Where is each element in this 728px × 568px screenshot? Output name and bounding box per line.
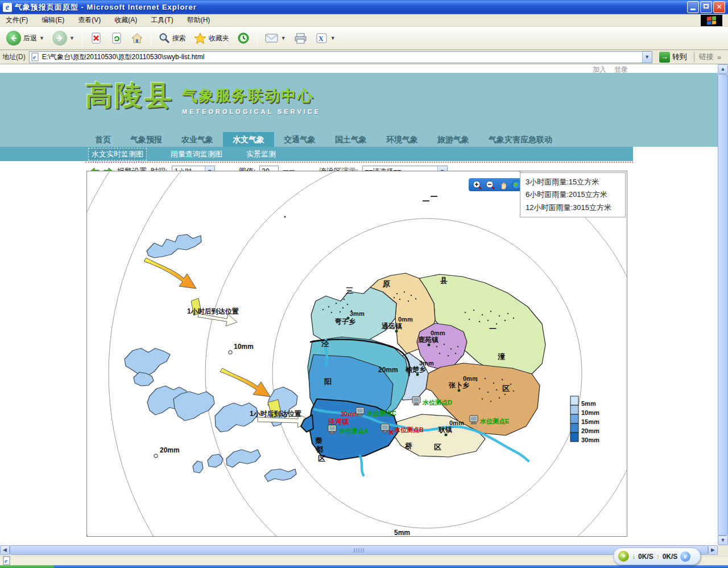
mail-dropdown[interactable]: ▼: [281, 35, 286, 41]
rain-clouds: [125, 234, 297, 481]
minimize-button[interactable]: [687, 1, 699, 13]
print-button[interactable]: [291, 31, 311, 45]
nav-hydrology[interactable]: 水文气象: [223, 132, 274, 147]
zoom-out-icon[interactable]: [485, 180, 495, 190]
geo-label: 县: [440, 276, 448, 285]
region-dot: [428, 344, 431, 347]
vertical-scrollbar[interactable]: ▲ ▼: [718, 64, 728, 545]
scroll-left-button[interactable]: ◀: [0, 545, 10, 555]
close-button[interactable]: ✕: [713, 1, 725, 13]
menu-favorites[interactable]: 收藏(A): [114, 15, 137, 25]
scroll-right-button[interactable]: ▶: [708, 545, 718, 555]
area-rainfall-infobox: 3小时面雨量:15立方米 6小时面雨量:2015立方米 12小时面雨量:3015…: [520, 172, 626, 217]
menu-view[interactable]: 查看(V): [78, 15, 101, 25]
favorites-button[interactable]: 收藏夹: [191, 31, 232, 45]
scroll-up-button[interactable]: ▲: [718, 64, 728, 74]
nav-environment[interactable]: 环境气象: [377, 132, 428, 147]
nav-traffic[interactable]: 交通气象: [274, 132, 325, 147]
logo-county: 高陵县: [85, 77, 174, 114]
rainfall-legend: 5mm 10mm 15mm 20mm 30mm: [570, 396, 599, 443]
ie-window-icon: e: [3, 3, 12, 12]
forward-dropdown[interactable]: ▼: [69, 35, 75, 41]
download-arrow-icon: ↓: [632, 553, 635, 561]
svg-text:X: X: [318, 35, 324, 43]
geo-label: 三: [346, 286, 353, 295]
scroll-down-button[interactable]: ▼: [718, 536, 728, 545]
upload-speed: 0K/S: [663, 553, 678, 561]
vertical-scroll-thumb[interactable]: [718, 74, 728, 536]
rainfall-3h: 3小时面雨量:15立方米: [526, 177, 620, 187]
window-titlebar[interactable]: e 气象预报页面原型 - Microsoft Internet Explorer…: [0, 0, 728, 14]
menu-tools[interactable]: 工具(T): [151, 15, 173, 25]
search-icon: [159, 32, 170, 44]
search-button[interactable]: 搜索: [156, 31, 189, 45]
station-label-D[interactable]: 水位测点D: [422, 399, 452, 406]
geo-label: 区: [502, 384, 510, 393]
region-label-luyuan: 鹿苑镇: [417, 336, 439, 344]
subnav-realtime-monitor[interactable]: 水文实时监测图: [88, 148, 147, 160]
ie-widget-icon[interactable]: e: [680, 551, 690, 562]
station-label-A[interactable]: 水位测点A: [338, 427, 369, 434]
forward-button[interactable]: ▼: [49, 30, 77, 47]
nav-tourism[interactable]: 旅游气象: [428, 132, 479, 147]
nav-home[interactable]: 首页: [85, 132, 121, 147]
ring-dot: [284, 216, 286, 218]
pan-hand-icon[interactable]: [498, 180, 508, 190]
address-dropdown[interactable]: ▼: [642, 52, 652, 63]
legend-label: 20mm: [581, 427, 599, 434]
refresh-icon: [110, 32, 123, 44]
upload-arrow-icon: ↑: [656, 553, 660, 561]
station-label-C[interactable]: 水位测点C: [366, 410, 396, 417]
back-button[interactable]: 后退 ▼: [3, 30, 47, 47]
main-nav: 首页 气象预报 农业气象 水文气象 交通气象 国土气象 环境气象 旅游气象 气象…: [0, 132, 718, 147]
horizontal-scroll-thumb[interactable]: [10, 545, 708, 555]
mail-button[interactable]: ▼: [262, 32, 289, 44]
nav-weather-forecast[interactable]: 气象预报: [121, 132, 172, 147]
back-icon: [6, 31, 21, 46]
nav-land[interactable]: 国土气象: [325, 132, 377, 147]
horizontal-scrollbar[interactable]: ◀ ▶: [0, 545, 718, 555]
refresh-button[interactable]: [107, 31, 126, 46]
page-icon: e: [31, 52, 40, 61]
windows-taskbar[interactable]: [0, 565, 728, 568]
menu-edit[interactable]: 编辑(E): [42, 15, 64, 25]
toolbar-separator: [82, 30, 82, 47]
home-button[interactable]: [128, 31, 146, 46]
edit-button[interactable]: X ▼: [313, 31, 338, 45]
hydrology-map[interactable]: 1小时后到达位置 1小时后到达位置: [86, 171, 627, 537]
subnav-rain-query[interactable]: 雨量查询监测图: [171, 149, 222, 159]
restore-button[interactable]: [700, 1, 712, 13]
page-content: 加入 登录 高陵县 气象服务联动中心 METEOROLOGICAL SERVIC…: [0, 64, 718, 545]
region-value-tongyuan: 0mm: [398, 316, 413, 323]
station-label-E[interactable]: 水位测点E: [479, 418, 509, 425]
legend-swatch: [570, 414, 578, 423]
menu-file[interactable]: 文件(F): [6, 15, 28, 25]
edit-icon: X: [316, 32, 328, 44]
arrival-label-1: 1小时后到达位置: [187, 307, 239, 315]
stop-button[interactable]: [87, 31, 105, 46]
network-speed-widget[interactable]: ↓ 0K/S ↑ 0K/S e: [613, 548, 701, 565]
back-dropdown[interactable]: ▼: [39, 35, 44, 41]
go-button[interactable]: → 转到: [656, 51, 690, 63]
360-safety-icon[interactable]: [618, 551, 629, 562]
region-value-yuchu: 3mm: [419, 360, 434, 367]
links-menu[interactable]: 链接 »: [694, 52, 726, 62]
station-icon-D[interactable]: [412, 397, 420, 405]
nav-disaster-emergency[interactable]: 气象灾害应急联动: [479, 132, 562, 147]
site-header: 高陵县 气象服务联动中心 METEOROLOGICAL SERVICE: [0, 73, 718, 132]
zoom-in-icon[interactable]: [472, 180, 482, 190]
nav-agriculture[interactable]: 农业气象: [172, 132, 223, 147]
address-input[interactable]: [29, 51, 652, 63]
region-label-tongyuan: 通远镇: [381, 322, 402, 330]
legend-label: 5mm: [581, 400, 596, 407]
start-button-edge[interactable]: [0, 565, 54, 568]
browser-toolbar: 后退 ▼ ▼ 搜索 收藏夹 ▼ X ▼: [0, 27, 728, 50]
menu-help[interactable]: 帮助(H): [187, 15, 210, 25]
contour-label-20mm-inner: 20mm: [378, 366, 398, 374]
edit-dropdown[interactable]: ▼: [330, 35, 336, 41]
station-label-B[interactable]: 水位测点B: [394, 426, 424, 433]
subnav-live-view[interactable]: 实景监测: [246, 149, 276, 159]
legend-label: 30mm: [581, 437, 599, 443]
address-label: 地址(D): [2, 52, 26, 62]
history-button[interactable]: [234, 31, 253, 46]
